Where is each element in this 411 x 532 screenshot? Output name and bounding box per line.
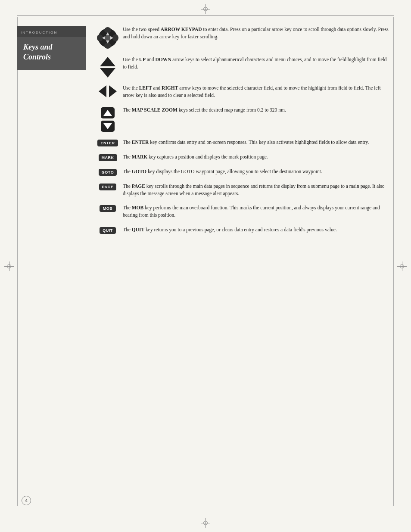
- mapzoom-icon: [93, 106, 123, 132]
- enter-button: ENTER: [97, 140, 118, 146]
- mark-text: The MARK key captures a position and dis…: [123, 153, 389, 161]
- crosshair-right: [397, 261, 407, 271]
- goto-icon: GOTO: [93, 168, 123, 176]
- svg-point-5: [105, 35, 111, 41]
- entry-mob: MOB The MOB key performs the man overboa…: [93, 204, 389, 219]
- zoom-in-icon: [101, 107, 115, 118]
- entry-mapzoom: The MAP SCALE ZOOM keys select the desir…: [93, 106, 389, 132]
- entry-goto: GOTO The GOTO key displays the GOTO wayp…: [93, 168, 389, 176]
- entry-page: PAGE The PAGE key scrolls through the ma…: [93, 183, 389, 198]
- mark-icon: MARK: [93, 153, 123, 161]
- svg-point-3: [97, 34, 103, 41]
- mark-button: MARK: [99, 154, 117, 161]
- entry-mark: MARK The MARK key captures a position an…: [93, 153, 389, 161]
- mob-icon: MOB: [93, 204, 123, 212]
- side-rule-left: [17, 17, 18, 506]
- mob-text: The MOB key performs the man overboard f…: [123, 204, 389, 219]
- entry-leftright: Use the LEFT and RIGHT arrow keys to mov…: [93, 84, 389, 100]
- enter-icon: ENTER: [93, 139, 123, 146]
- page-title: Keys and Controls: [23, 42, 80, 62]
- crosshair-bottom: [201, 518, 210, 528]
- updown-icon: [93, 56, 123, 78]
- sidebar-header: INTRODUCTION: [17, 26, 86, 37]
- corner-mark-tr: [395, 8, 403, 16]
- page-number-badge: 4: [22, 496, 31, 505]
- page-icon: PAGE: [93, 183, 123, 190]
- goto-button: GOTO: [99, 169, 117, 176]
- goto-text: The GOTO key displays the GOTO waypoint …: [123, 168, 389, 175]
- leftright-icon: [93, 84, 123, 97]
- up-arrow-icon: [100, 57, 115, 66]
- arrow-keypad-text: Use the two-speed ARROW KEYPAD to enter …: [123, 26, 389, 41]
- page-button: PAGE: [99, 184, 117, 190]
- arrow-keypad-svg: [97, 27, 119, 49]
- page-number-area: 4: [22, 496, 31, 505]
- bottom-rule: [17, 506, 394, 506]
- crosshair-left: [4, 261, 14, 271]
- quit-button: QUIT: [100, 227, 116, 234]
- section-label: INTRODUCTION: [21, 31, 57, 34]
- mob-button: MOB: [100, 205, 116, 212]
- svg-point-1: [104, 27, 111, 33]
- arrow-keypad-icon: [93, 26, 123, 49]
- right-arrow-icon: [109, 85, 117, 97]
- page-number-text: 4: [25, 498, 28, 503]
- mapzoom-text: The MAP SCALE ZOOM keys select the desir…: [123, 106, 389, 114]
- enter-text: The ENTER key confirms data entry and on…: [123, 139, 389, 146]
- entry-arrow-keypad: Use the two-speed ARROW KEYPAD to enter …: [93, 26, 389, 49]
- corner-mark-tl: [8, 8, 16, 16]
- quit-text: The QUIT key returns you to a previous p…: [123, 226, 389, 233]
- zoom-out-icon: [101, 121, 115, 132]
- quit-icon: QUIT: [93, 226, 123, 234]
- crosshair-top: [201, 4, 210, 14]
- leftright-text: Use the LEFT and RIGHT arrow keys to mov…: [123, 84, 389, 100]
- page-text: The PAGE key scrolls through the main da…: [123, 183, 389, 198]
- entry-updown: Use the UP and DOWN arrow keys to select…: [93, 56, 389, 78]
- down-arrow-icon: [100, 68, 115, 78]
- left-arrow-icon: [99, 85, 106, 97]
- entry-quit: QUIT The QUIT key returns you to a previ…: [93, 226, 389, 234]
- corner-mark-bl: [8, 516, 16, 524]
- sidebar: INTRODUCTION Keys and Controls: [17, 26, 86, 70]
- svg-point-4: [112, 34, 118, 41]
- side-rule-right: [393, 17, 394, 506]
- entry-enter: ENTER The ENTER key confirms data entry …: [93, 139, 389, 146]
- top-rule: [17, 15, 394, 16]
- svg-point-2: [104, 43, 111, 49]
- corner-mark-br: [395, 516, 403, 524]
- main-content: Use the two-speed ARROW KEYPAD to enter …: [93, 26, 389, 498]
- sidebar-content: Keys and Controls: [17, 37, 86, 70]
- updown-text: Use the UP and DOWN arrow keys to select…: [123, 56, 389, 71]
